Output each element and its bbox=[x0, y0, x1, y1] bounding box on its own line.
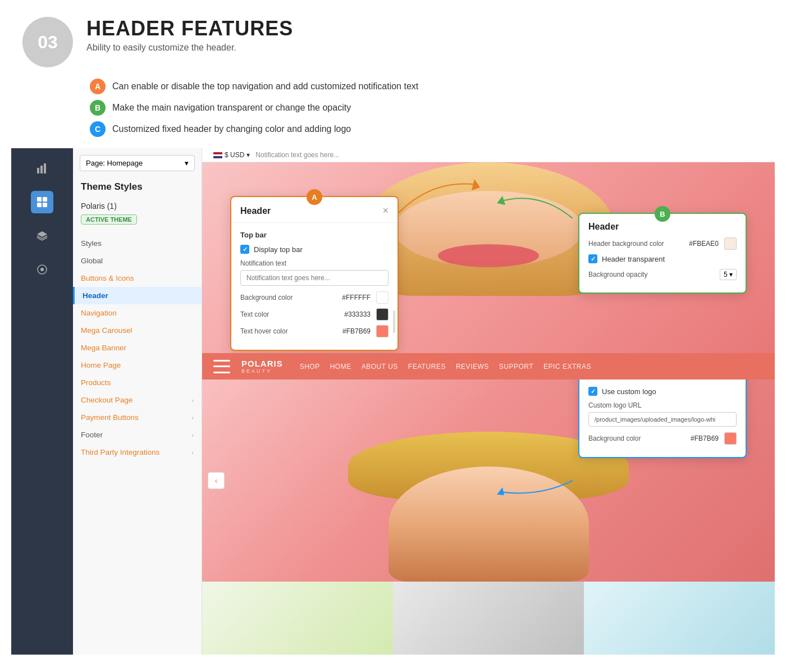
svg-rect-2 bbox=[44, 163, 46, 173]
text-color-row: Text color #333333 bbox=[240, 308, 389, 321]
second-preview: POLARIS BEAUTY SHOP HOME ABOUT US FEATUR… bbox=[202, 353, 775, 655]
svg-rect-6 bbox=[43, 203, 47, 207]
chevron-right-icon: › bbox=[191, 449, 194, 456]
custom-logo-label: Use custom logo bbox=[602, 387, 656, 396]
panel-a-body: Top bar Display top bar Notification tex… bbox=[231, 223, 397, 350]
nav-logo-area: POLARIS BEAUTY bbox=[241, 359, 283, 374]
page-title: HEADER FEATURES bbox=[86, 17, 293, 40]
nav-link-epic[interactable]: EPIC EXTRAS bbox=[543, 363, 591, 371]
custom-logo-row: Use custom logo bbox=[588, 387, 737, 396]
nav-item-footer[interactable]: Footer › bbox=[73, 426, 202, 444]
polaris-section: Polaris (1) ACTIVE THEME bbox=[73, 198, 202, 230]
nav-item-home-page[interactable]: Home Page bbox=[73, 356, 202, 374]
badge-b-panel: B bbox=[655, 206, 670, 222]
badge-a-panel: A bbox=[307, 189, 322, 205]
notification-input[interactable] bbox=[240, 270, 389, 286]
product-thumbs bbox=[202, 582, 775, 655]
nav-item-buttons[interactable]: Buttons & Icons bbox=[73, 269, 202, 287]
step-number: 03 bbox=[22, 17, 73, 67]
nav-item-products[interactable]: Products bbox=[73, 374, 202, 391]
nav-link-features[interactable]: FEATURES bbox=[408, 363, 446, 371]
header-bg-color-value: #FBEAE0 bbox=[689, 240, 719, 248]
panel-a-title: Header bbox=[240, 206, 271, 216]
theme-panel: Page: Homepage ▾ Theme Styles Polaris (1… bbox=[73, 148, 202, 655]
header-transparent-row: Header transparent bbox=[588, 254, 737, 263]
nav-link-support[interactable]: SUPPORT bbox=[499, 363, 533, 371]
panel-c-title-bar: Fixed Header bbox=[588, 380, 737, 387]
scrollbar bbox=[393, 310, 395, 333]
bullet-b: B Make the main navigation transparent o… bbox=[90, 100, 764, 116]
sidebar-icon-grid[interactable] bbox=[31, 191, 53, 213]
nav-link-about[interactable]: ABOUT US bbox=[362, 363, 398, 371]
bullet-a: A Can enable or disable the top navigati… bbox=[90, 79, 764, 94]
panel-b-wrapper: B Header Header background color #FBEAE0 bbox=[590, 179, 758, 260]
page-selector[interactable]: Page: Homepage ▾ bbox=[80, 155, 195, 171]
pink-hero-two: ‹ C Fixed Header Use custom logo Custom … bbox=[202, 380, 775, 582]
close-icon[interactable]: × bbox=[382, 205, 389, 217]
panel-c-bg-value: #FB7B69 bbox=[691, 435, 719, 442]
flag-icon bbox=[213, 152, 222, 158]
header-bg-color-swatch[interactable] bbox=[724, 237, 737, 250]
hover-color-right: #FB7B69 bbox=[342, 325, 389, 337]
nav-item-navigation[interactable]: Navigation bbox=[73, 304, 202, 322]
pink-section-one: A Header × Top bar Display top bar Notif… bbox=[202, 162, 775, 353]
nav-item-payment[interactable]: Payment Buttons › bbox=[73, 409, 202, 426]
opacity-select[interactable]: 5 ▾ bbox=[720, 269, 737, 280]
nav-item-header[interactable]: Header bbox=[73, 287, 202, 304]
sidebar bbox=[11, 148, 73, 655]
preview-top-strip: $ USD ▾ Notification text goes here... bbox=[202, 148, 775, 162]
sidebar-icon-paint[interactable] bbox=[31, 258, 53, 281]
chevron-right-icon: › bbox=[191, 397, 194, 404]
nav-bar-preview: POLARIS BEAUTY SHOP HOME ABOUT US FEATUR… bbox=[202, 353, 775, 380]
sidebar-icon-chart[interactable] bbox=[31, 157, 53, 180]
sidebar-icon-layers[interactable] bbox=[31, 225, 53, 247]
bullet-a-text: Can enable or disable the top navigation… bbox=[112, 81, 418, 92]
nav-item-third-party[interactable]: Third Party Integrations › bbox=[73, 444, 202, 461]
back-arrow-button[interactable]: ‹ bbox=[208, 472, 225, 489]
page-header: 03 HEADER FEATURES Ability to easily cus… bbox=[0, 0, 786, 79]
panel-b: B Header Header background color #FBEAE0 bbox=[578, 213, 747, 294]
nav-link-home[interactable]: HOME bbox=[330, 363, 351, 371]
nav-item-checkout[interactable]: Checkout Page › bbox=[73, 391, 202, 409]
panel-c-bg-right: #FB7B69 bbox=[691, 432, 737, 445]
svg-rect-4 bbox=[43, 197, 47, 202]
header-transparent-checkbox[interactable] bbox=[588, 254, 597, 263]
nav-link-shop[interactable]: SHOP bbox=[300, 363, 320, 371]
panel-c-title: Fixed Header bbox=[588, 380, 645, 381]
display-top-bar-checkbox[interactable] bbox=[240, 245, 249, 254]
chevron-down-icon: ▾ bbox=[246, 151, 250, 159]
nav-item-styles[interactable]: Styles bbox=[73, 235, 202, 252]
text-color-swatch[interactable] bbox=[376, 308, 389, 321]
panel-c-bg-color-row: Background color #FB7B69 bbox=[588, 432, 737, 445]
nav-item-mega-banner[interactable]: Mega Banner bbox=[73, 339, 202, 356]
header-bg-color-row: Header background color #FBEAE0 bbox=[588, 237, 737, 250]
custom-logo-url-label: Custom logo URL bbox=[588, 401, 737, 409]
bg-color-swatch[interactable] bbox=[376, 291, 389, 304]
product-thumb-2 bbox=[393, 582, 584, 655]
bullet-c-text: Customized fixed header by changing colo… bbox=[112, 124, 351, 134]
nav-item-mega-carousel[interactable]: Mega Carousel bbox=[73, 322, 202, 339]
chevron-right-icon: › bbox=[191, 414, 194, 421]
main-content: Page: Homepage ▾ Theme Styles Polaris (1… bbox=[0, 148, 786, 655]
theme-styles-title: Theme Styles bbox=[73, 178, 202, 198]
currency-selector[interactable]: $ USD ▾ bbox=[213, 151, 250, 159]
text-color-right: #333333 bbox=[344, 308, 389, 321]
polaris-name: Polaris (1) bbox=[81, 202, 194, 211]
panel-b-title: Header bbox=[588, 222, 619, 232]
hamburger-button[interactable] bbox=[213, 360, 230, 373]
hover-color-swatch[interactable] bbox=[376, 325, 389, 337]
badge-a: A bbox=[90, 79, 106, 94]
text-color-label: Text color bbox=[240, 310, 269, 318]
active-theme-badge: ACTIVE THEME bbox=[81, 214, 137, 225]
custom-logo-url-input[interactable]: /product_images/uploaded_images/logo-whi bbox=[588, 412, 737, 427]
nav-links: SHOP HOME ABOUT US FEATURES REVIEWS SUPP… bbox=[300, 363, 591, 371]
notification-field-label: Notification text bbox=[240, 259, 389, 267]
panel-c-bg-swatch[interactable] bbox=[724, 432, 737, 445]
panel-b-title-bar: Header bbox=[588, 222, 737, 237]
hover-color-row: Text hover color #FB7B69 bbox=[240, 325, 389, 337]
custom-logo-checkbox[interactable] bbox=[588, 387, 597, 396]
nav-item-global[interactable]: Global bbox=[73, 252, 202, 269]
nav-link-reviews[interactable]: REVIEWS bbox=[456, 363, 489, 371]
text-color-value: #333333 bbox=[344, 310, 371, 318]
header-transparent-label: Header transparent bbox=[602, 255, 665, 263]
